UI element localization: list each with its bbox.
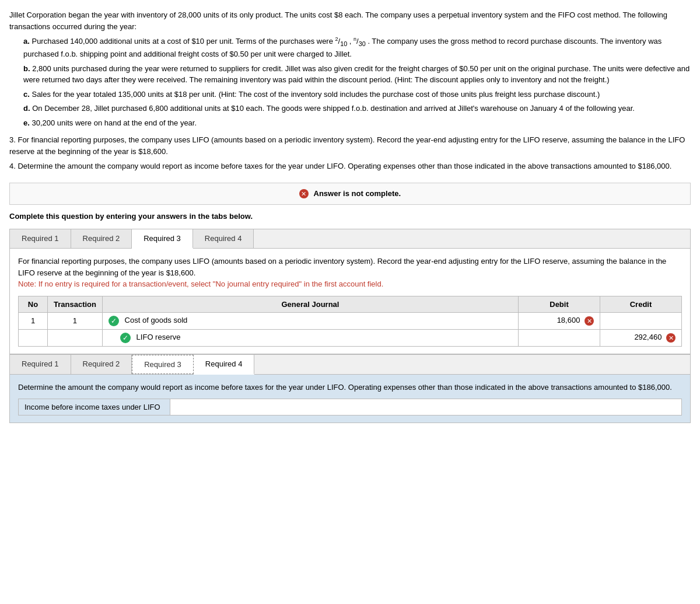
- col-header-transaction: Transaction: [48, 296, 103, 312]
- banner-x-icon: ✕: [299, 189, 309, 198]
- income-input[interactable]: [170, 399, 287, 415]
- row2-credit-error-icon: ✕: [666, 333, 676, 343]
- row1-debit-error-icon: ✕: [584, 316, 594, 326]
- transaction-a-letter: a.: [23, 37, 30, 46]
- income-row: Income before income taxes under LIFO: [18, 399, 682, 416]
- col-header-credit: Credit: [600, 296, 682, 312]
- tab-required-3[interactable]: Required 3: [132, 229, 193, 249]
- transaction-c-letter: c.: [23, 90, 30, 99]
- row2-check-icon: ✓: [120, 333, 131, 343]
- lower-tab-required-1[interactable]: Required 1: [10, 355, 71, 374]
- banner-text: Answer is not complete.: [314, 189, 401, 198]
- point-4: 4. Determine the amount the company woul…: [9, 160, 691, 172]
- row2-credit: 292,460 ✕: [600, 329, 682, 346]
- row1-check-icon: ✓: [108, 316, 119, 326]
- row1-account-name: Cost of goods sold: [125, 316, 188, 324]
- transaction-a: a. Purchased 140,000 additional units at…: [23, 36, 691, 60]
- intro-section: Jillet Corporation began the year with i…: [9, 9, 691, 172]
- row2-account: ✓ LIFO reserve: [102, 329, 518, 346]
- lower-tabs-row: Required 1 Required 2 Required 3 Require…: [10, 354, 690, 375]
- row2-transaction: [48, 329, 103, 346]
- lower-tab-required-4[interactable]: Required 4: [194, 355, 255, 375]
- col-header-no: No: [19, 296, 48, 312]
- row2-no: [19, 329, 48, 346]
- transaction-b-letter: b.: [23, 64, 30, 73]
- tab4-description: Determine the amount the company would r…: [18, 382, 682, 393]
- upper-tabs-row: Required 1 Required 2 Required 3 Require…: [10, 229, 690, 249]
- row1-account: ✓ Cost of goods sold: [102, 312, 518, 329]
- row1-no: 1: [19, 312, 48, 329]
- income-label: Income before income taxes under LIFO: [19, 399, 170, 415]
- lower-section: Required 1 Required 2 Required 3 Require…: [9, 354, 691, 424]
- journal-table: No Transaction General Journal Debit Cre…: [18, 296, 682, 347]
- transaction-e: e. 30,200 units were on hand at the end …: [23, 117, 691, 129]
- transaction-list: a. Purchased 140,000 additional units at…: [23, 36, 691, 128]
- tab-required-2[interactable]: Required 2: [71, 229, 132, 248]
- col-header-general-journal: General Journal: [102, 296, 518, 312]
- tab3-description: For financial reporting purposes, the co…: [18, 256, 682, 290]
- transaction-d-letter: d.: [23, 104, 30, 113]
- answer-banner: ✕ Answer is not complete.: [9, 183, 691, 205]
- transaction-c: c. Sales for the year totaled 135,000 un…: [23, 89, 691, 100]
- row1-credit: [600, 312, 682, 329]
- point-3: 3. For financial reporting purposes, the…: [9, 134, 691, 157]
- col-header-debit: Debit: [519, 296, 600, 312]
- row1-debit: 18,600 ✕: [519, 312, 600, 329]
- transaction-e-letter: e.: [23, 118, 30, 127]
- tab3-content: For financial reporting purposes, the co…: [10, 249, 690, 354]
- complete-instruction: Complete this question by entering your …: [9, 212, 691, 221]
- table-row: 1 1 ✓ Cost of goods sold 18,600 ✕: [19, 312, 682, 329]
- row1-transaction: 1: [48, 312, 103, 329]
- tab-required-4[interactable]: Required 4: [193, 229, 254, 248]
- table-row: ✓ LIFO reserve 292,460 ✕: [19, 329, 682, 346]
- tab3-note: Note: If no entry is required for a tran…: [18, 280, 383, 288]
- tab-required-1[interactable]: Required 1: [10, 229, 71, 248]
- row2-debit: [519, 329, 600, 346]
- upper-tabs-container: Required 1 Required 2 Required 3 Require…: [9, 229, 691, 354]
- transaction-b: b. 2,800 units purchased during the year…: [23, 63, 691, 86]
- lower-tab-required-3[interactable]: Required 3: [132, 355, 194, 374]
- intro-paragraph: Jillet Corporation began the year with i…: [9, 9, 691, 32]
- transaction-d: d. On December 28, Jillet purchased 6,80…: [23, 103, 691, 114]
- tab4-content: Determine the amount the company would r…: [10, 375, 690, 423]
- lower-tab-required-2[interactable]: Required 2: [71, 355, 132, 374]
- row2-account-name: LIFO reserve: [136, 333, 181, 341]
